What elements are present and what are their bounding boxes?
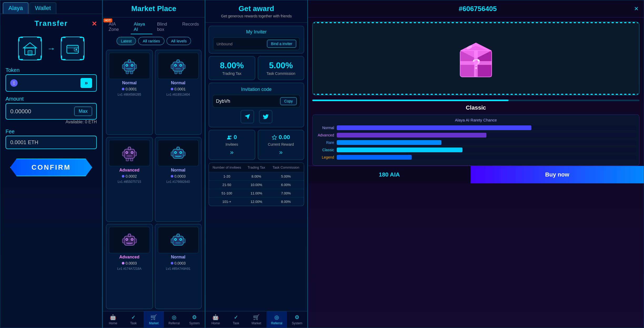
svg-point-7 [76,49,77,50]
wallet-icon [65,41,80,56]
unbound-status: Unbound [217,42,233,46]
rarity-section-title: Alaya AI Rarety Chance [316,118,636,122]
trading-tax-label: Trading Tax [213,71,251,76]
detail-id: #606756405 [459,5,497,13]
transfer-close-button[interactable]: × [92,19,97,28]
price-value: 180 AIA [379,171,400,178]
transfer-panel: Alaya Wallet Transfer × → [0,0,103,328]
filter-row: Latest All rarities All levels [103,34,205,48]
task-commission-box: 5.00% Task Commission [258,56,304,80]
task-commission-value: 5.00% [262,61,300,70]
nft-grid: Normal 0.0001 Lv1 #864586285 [103,48,205,311]
svg-rect-5 [67,45,78,48]
nft-card-4[interactable]: Normal 0.0003 Lv1 #176682640 [155,137,202,222]
invitees-box[interactable]: 0 Invitees » [209,130,255,160]
filter-latest[interactable]: Latest [117,37,136,45]
tab-aia-zone[interactable]: HOT! AIA Zone [105,20,129,34]
twitter-share-button[interactable] [259,110,272,123]
svg-rect-56 [128,234,131,237]
price-section: 180 AIA [308,166,471,183]
nft-image-4 [158,140,199,166]
referral-icon: ◎ [172,314,176,320]
max-button[interactable]: Max [74,107,92,116]
rarity-classic-bar-bg [337,148,636,152]
token-select-arrow[interactable]: » [80,78,92,88]
rarity-rare-row: Rare [316,140,636,145]
detail-image-area: ? [312,22,640,95]
tab-records[interactable]: Records [179,20,202,34]
tab-alaya[interactable]: Alaya [3,2,28,14]
table-row-1: 1-20 8.00% 5.00% [209,172,304,180]
reward-table-header: Number of invitees Trading Tax Task Comm… [209,163,304,172]
reward-count-row: 0.00 [261,134,301,141]
eth-icon-4 [171,175,173,178]
nft-card-1[interactable]: Normal 0.0001 Lv1 #864586285 [106,50,153,135]
nav-market-award[interactable]: 🛒 Market [246,311,266,328]
nav-task-award[interactable]: ✓ Task [226,311,246,328]
inviter-title: My Inviter [213,29,300,35]
nft-label-5: Advanced [119,255,139,260]
nav-system-award[interactable]: ⚙ System [287,311,307,328]
buy-now-button[interactable]: Buy now [471,166,644,183]
house-icon [22,41,38,56]
robot-icon-3 [120,144,139,162]
rarity-legend-label: Legend [316,155,334,159]
reward-box[interactable]: 0.00 Current Reward » [258,130,304,160]
telegram-share-button[interactable] [241,110,254,123]
nav-task-market[interactable]: ✓ Task [123,311,143,328]
nav-home-award[interactable]: 🤖 Home [205,311,226,328]
rarity-rare-label: Rare [316,140,334,145]
svg-rect-24 [175,68,181,69]
eth-icon-5 [122,262,124,265]
market-icon: 🛒 [150,314,157,320]
rarity-advanced-label: Advanced [316,133,334,137]
system-icon: ⚙ [192,314,197,320]
detail-close-button[interactable]: × [634,4,638,13]
table-row-4: 101-+ 12.00% 8.00% [209,197,304,206]
svg-rect-30 [124,149,135,158]
nft-card-6[interactable]: Normal 0.0003 Lv1 #85A7A9A91 [155,224,202,309]
transfer-arrow-icon: → [47,44,56,53]
bind-inviter-button[interactable]: Bind a inviter [267,40,296,48]
nav-task-label: Task [130,321,137,325]
svg-rect-36 [128,147,131,150]
mystery-box-icon: ? [452,35,500,82]
token-select-dropdown[interactable]: Ξ » [6,74,97,92]
confirm-button[interactable]: CONFIRM [10,159,92,176]
available-text: Available: 0 ETH [6,120,97,124]
eth-icon: Ξ [10,79,18,87]
token-label: Token [6,67,97,73]
detail-header: #606756405 × [308,0,644,17]
svg-point-62 [175,239,176,240]
transfer-icons-row: → [18,37,84,60]
svg-point-44 [175,152,176,153]
tab-wallet[interactable]: Wallet [29,2,56,14]
svg-rect-27 [183,65,185,69]
filter-all-rarities[interactable]: All rarities [138,37,164,45]
nft-card-2[interactable]: Normal 0.0001 Lv1 #618913404 [155,50,202,135]
nft-card-5[interactable]: Advanced 0.0003 Lv1 #174A7218A [106,224,153,309]
filter-all-levels[interactable]: All levels [167,37,191,45]
nav-referral-market[interactable]: ◎ Referral [164,311,184,328]
svg-point-12 [132,65,133,66]
hot-badge: HOT! [103,18,112,22]
trading-tax-value: 8.00% [213,61,251,70]
svg-point-11 [126,65,127,66]
nft-label-2: Normal [171,81,185,85]
fee-field: Fee 0.0001 ETH [6,129,97,149]
reward-chevron[interactable]: » [261,149,301,156]
nav-home-market[interactable]: 🤖 Home [103,311,123,328]
nft-card-3[interactable]: Advanced 0.0002 Lv1 #855075715 [106,137,153,222]
amount-value: 0.00000 [10,108,31,115]
social-share-row [213,110,300,123]
nft-id-6: Lv1 #85A7A9A91 [166,267,190,271]
tab-alaya-ai[interactable]: Alaya AI [131,20,153,34]
invitees-chevron[interactable]: » [212,149,252,156]
amount-label: Amount [6,96,97,102]
svg-rect-26 [171,65,173,69]
nav-system-market[interactable]: ⚙ System [184,311,205,328]
copy-button[interactable]: Copy [280,97,297,105]
tab-blind-box[interactable]: Blind box [154,20,178,34]
nav-market-market[interactable]: 🛒 Market [144,311,164,328]
nav-referral-award[interactable]: ◎ Referral [266,311,287,328]
